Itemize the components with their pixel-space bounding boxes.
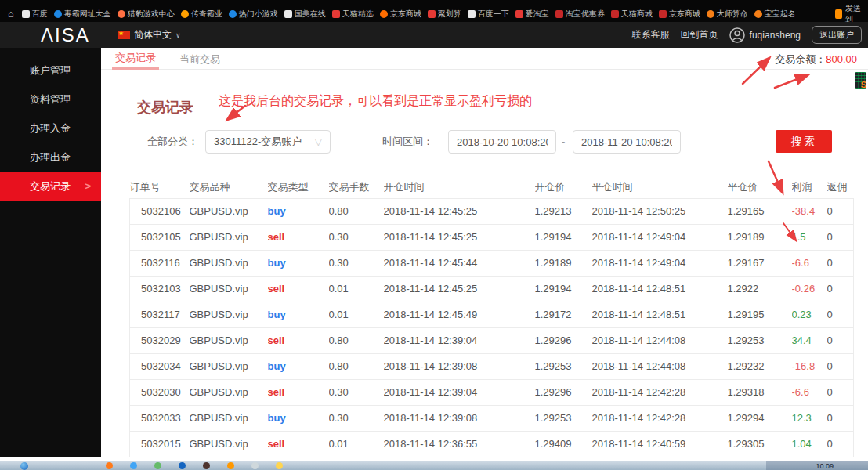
bookmark-label: 猎豹游戏中心 (128, 9, 175, 20)
bookmark-label: 京东商城 (390, 9, 421, 20)
table-header-row: 订单号交易品种交易类型交易手数开仓时间开仓价平仓时间平仓价利润返佣 (130, 176, 854, 198)
cell-profit: 1.5 (792, 224, 827, 250)
home-icon[interactable]: ⌂ (8, 9, 14, 19)
phone-icon (835, 9, 842, 19)
user-chip[interactable]: fuqiansheng (729, 27, 801, 43)
table-row: 5032105 GBPUSD.vip sell 0.30 2018-11-14 … (130, 224, 854, 250)
sidebar-item[interactable]: 办理入金 > (0, 114, 101, 143)
taskbar-app-icon[interactable] (203, 462, 210, 469)
taskbar-app-icon[interactable] (154, 462, 161, 469)
sidebar-item[interactable]: 办理出金 > (0, 143, 101, 172)
cell-rebate: 0 (827, 276, 854, 302)
bookmark-item[interactable]: 宝宝起名 (754, 9, 796, 20)
bookmark-favicon (754, 10, 762, 18)
bookmark-item[interactable]: 百度 (22, 9, 48, 20)
date-from-input[interactable] (448, 130, 556, 154)
bookmark-favicon (181, 10, 189, 18)
cell-lots: 0.80 (329, 353, 384, 379)
bookmark-item[interactable]: 热门小游戏 (229, 9, 278, 20)
cell-symbol: GBPUSD.vip (190, 250, 268, 276)
bookmark-label: 天猫商城 (621, 9, 653, 20)
page-title: 交易记录 (137, 98, 193, 117)
app-header: ΛISA ★ 简体中文 ∨ 联系客服 回到首页 fuqiansheng 退出账户 (0, 22, 868, 48)
cell-close-time: 2018-11-14 12:48:51 (592, 302, 728, 327)
cell-rebate: 0 (827, 250, 854, 276)
logout-button[interactable]: 退出账户 (812, 26, 862, 44)
cell-order-no: 5032034 (130, 353, 190, 379)
cell-open-time: 2018-11-14 12:39:04 (384, 327, 535, 353)
date-separator: - (562, 129, 565, 154)
sidebar-item[interactable]: 资料管理 > (0, 85, 101, 114)
cell-order-no: 5032029 (130, 327, 190, 353)
cell-symbol: GBPUSD.vip (190, 276, 268, 302)
column-header: 开仓价 (535, 176, 592, 198)
balance-label: 交易余额： (775, 53, 826, 65)
bookmark-item[interactable]: 百度一下 (468, 9, 509, 20)
send-to-label: 发送到 (845, 5, 868, 22)
cell-symbol: GBPUSD.vip (190, 431, 268, 457)
taskbar-app-icon[interactable] (130, 462, 137, 469)
bookmark-label: 百度一下 (478, 9, 509, 20)
trades-table-wrap: 订单号交易品种交易类型交易手数开仓时间开仓价平仓时间平仓价利润返佣 503210… (129, 176, 854, 457)
cell-open-price: 1.29172 (535, 302, 592, 327)
bookmark-item[interactable]: 猎豹游戏中心 (118, 9, 175, 20)
cell-profit: -38.4 (792, 198, 827, 224)
cell-trade-type: sell (268, 379, 329, 405)
trades-table: 订单号交易品种交易类型交易手数开仓时间开仓价平仓时间平仓价利润返佣 503210… (129, 176, 854, 457)
table-row: 5032103 GBPUSD.vip sell 0.01 2018-11-14 … (130, 276, 854, 302)
bookmark-item[interactable]: 大师算命 (707, 9, 748, 20)
column-header: 返佣 (827, 176, 854, 198)
taskbar-app-icon[interactable] (179, 462, 186, 469)
bookmark-item[interactable]: 天猫精选 (332, 9, 374, 20)
tab[interactable]: 当前交易 (176, 48, 223, 70)
back-to-home-link[interactable]: 回到首页 (681, 28, 718, 42)
taskbar-app-icon[interactable] (276, 462, 283, 469)
cell-order-no: 5032106 (130, 198, 190, 224)
bookmark-favicon (229, 10, 237, 18)
bookmark-label: 传奇霸业 (191, 9, 222, 20)
bookmark-item[interactable]: 国美在线 (284, 9, 326, 20)
date-to-input[interactable] (573, 130, 681, 154)
bookmark-item[interactable]: 毒霸网址大全 (54, 9, 111, 20)
cell-open-price: 1.29213 (535, 198, 592, 224)
bookmark-favicon (555, 10, 563, 18)
bookmark-item[interactable]: 聚划算 (428, 9, 461, 20)
cell-rebate: 0 (827, 327, 854, 353)
category-select[interactable]: 33011122-交易账户 ▽ (205, 130, 331, 154)
taskbar-app-icon[interactable] (227, 462, 234, 469)
cell-close-time: 2018-11-14 12:42:28 (592, 379, 728, 405)
bookmark-item[interactable]: 京东商城 (659, 9, 700, 20)
screenshot-tool-icon[interactable]: S (855, 72, 866, 89)
cell-lots: 0.30 (329, 224, 384, 250)
contact-support-link[interactable]: 联系客服 (632, 28, 670, 42)
cell-profit: -0.26 (792, 276, 827, 302)
start-button-icon[interactable] (20, 462, 28, 470)
sidebar-nav: 账户管理 > 资料管理 > 办理入金 > 办理出金 > 交易记录 > (0, 48, 101, 457)
cell-open-price: 1.29296 (535, 327, 592, 353)
cell-trade-type: sell (268, 327, 329, 353)
balance-display: 交易余额：800.00 (775, 52, 857, 67)
language-switcher[interactable]: ★ 简体中文 ∨ (118, 22, 181, 48)
cell-lots: 0.30 (329, 250, 384, 276)
cell-order-no: 5032033 (130, 405, 190, 431)
tab[interactable]: 交易记录 (112, 48, 159, 70)
bookmark-item[interactable]: 天猫商城 (611, 9, 653, 20)
bookmark-favicon (611, 10, 619, 18)
cell-close-price: 1.29305 (728, 431, 792, 457)
sidebar-item[interactable]: 账户管理 > (0, 56, 101, 85)
taskbar-app-icon[interactable] (251, 462, 259, 469)
search-button[interactable]: 搜索 (776, 130, 832, 153)
taskbar-clock[interactable]: 10:09 (816, 462, 834, 470)
taskbar-app-icon[interactable] (106, 462, 113, 469)
send-to-phone[interactable]: 发送到 (832, 5, 868, 22)
bookmark-item[interactable]: 传奇霸业 (181, 9, 222, 20)
column-header: 交易品种 (190, 176, 268, 198)
tab-bar: 交易记录当前交易 (101, 48, 868, 70)
cell-open-price: 1.29253 (535, 405, 592, 431)
cell-close-price: 1.29165 (728, 198, 792, 224)
bookmark-item[interactable]: 淘宝优惠券 (555, 9, 605, 20)
sidebar-item[interactable]: 交易记录 > (0, 172, 101, 201)
cell-close-price: 1.2922 (728, 276, 792, 302)
bookmark-item[interactable]: 爱淘宝 (515, 9, 549, 20)
bookmark-item[interactable]: 京东商城 (380, 9, 421, 20)
